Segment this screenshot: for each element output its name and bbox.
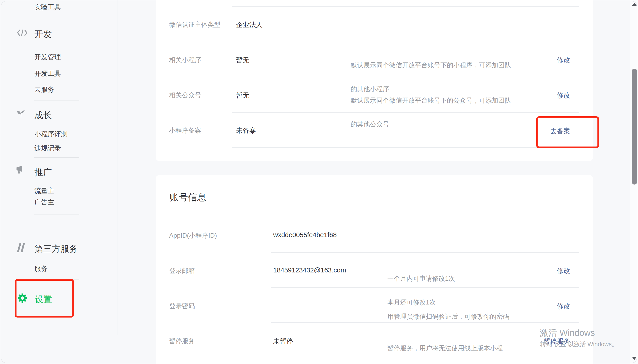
megaphone-icon <box>16 166 26 175</box>
scrollbar-thumb[interactable] <box>632 69 637 184</box>
field-label-suspend-service: 暂停服务 <box>169 337 195 346</box>
scroll-up-arrow-icon[interactable] <box>632 3 637 6</box>
sidebar-section-third-party[interactable]: 第三方服务 <box>34 243 78 255</box>
field-value-miniprogram-icp-filing: 未备案 <box>236 126 256 135</box>
sidebar-item-service[interactable]: 服务 <box>34 264 48 273</box>
modify-related-official-accounts-link[interactable]: 修改 <box>557 91 570 100</box>
modify-related-miniprograms-link[interactable]: 修改 <box>557 56 570 65</box>
account-info-title: 账号信息 <box>170 191 206 204</box>
field-value-suspend-service: 未暂停 <box>273 337 293 346</box>
sidebar-separator <box>34 100 79 100</box>
third-party-icon <box>16 243 27 253</box>
field-label-related-miniprograms: 相关小程序 <box>169 56 201 64</box>
row-divider <box>232 147 579 148</box>
sidebar-item-advertiser[interactable]: 广告主 <box>34 198 54 207</box>
account-info-card <box>156 175 593 364</box>
sprout-icon <box>17 110 26 119</box>
field-value-related-official-accounts: 暂无 <box>236 91 249 100</box>
sidebar-separator <box>34 18 79 18</box>
sidebar-section-growth[interactable]: 成长 <box>34 110 52 121</box>
field-desc-login-password: 用管理员微信扫码验证后，可修改你的密码 <box>387 311 509 322</box>
field-desc-related-official-accounts: 默认展示同个微信开放平台账号下的公众号，可添加团队 <box>351 94 511 106</box>
modify-login-password-link[interactable]: 修改 <box>557 302 570 311</box>
field-value-login-email: 18459123432@163.com <box>273 266 346 274</box>
sidebar-section-promotion[interactable]: 推广 <box>34 166 52 178</box>
field-desc-related-miniprograms: 默认展示同个微信开放平台账号下的小程序，可添加团队 <box>351 59 511 71</box>
row-divider <box>232 42 579 42</box>
row-divider <box>232 6 579 7</box>
field-label-login-password: 登录密码 <box>169 302 195 310</box>
field-desc-suspend-service: 暂停服务，用户将无法使用线上版本小程 <box>387 342 503 354</box>
sidebar-section-develop[interactable]: 开发 <box>34 28 52 40</box>
field-value-related-miniprograms: 暂无 <box>236 56 249 65</box>
field-label-miniprogram-icp-filing: 小程序备案 <box>169 126 201 135</box>
sidebar-item-violation-records[interactable]: 违规记录 <box>34 144 61 153</box>
sidebar-item-experiment-tools[interactable]: 实验工具 <box>34 3 61 12</box>
sidebar-divider <box>118 0 118 336</box>
code-icon <box>17 29 28 37</box>
field-desc-login-email: 一个月内可申请修改1次 <box>387 273 455 284</box>
field-label-login-email: 登录邮箱 <box>169 266 195 275</box>
sidebar-item-cloud-service[interactable]: 云服务 <box>34 85 54 94</box>
scroll-down-arrow-icon[interactable] <box>632 357 637 360</box>
suspend-service-link[interactable]: 暂停服务 <box>544 337 570 346</box>
modify-login-email-link[interactable]: 修改 <box>557 266 570 276</box>
sidebar-separator <box>34 214 79 215</box>
field-desc-related-official-accounts: 的其他公众号 <box>351 118 511 130</box>
sidebar-item-traffic-owner[interactable]: 流量主 <box>34 186 54 196</box>
annotation-box-settings <box>15 279 74 318</box>
sidebar-item-develop-tools[interactable]: 开发工具 <box>34 69 61 78</box>
sidebar-item-develop-management[interactable]: 开发管理 <box>34 53 61 62</box>
field-label-verification-subject-type: 微信认证主体类型 <box>169 20 220 29</box>
field-label-appid: AppID(小程序ID) <box>169 231 217 240</box>
sidebar-item-miniprogram-evaluation[interactable]: 小程序评测 <box>34 130 68 139</box>
field-value-verification-subject-type: 企业法人 <box>236 20 263 30</box>
sidebar-separator <box>34 157 79 158</box>
field-label-related-official-accounts: 相关公众号 <box>169 91 201 100</box>
field-value-appid: wxdde0055fe4be1f68 <box>273 231 337 239</box>
annotation-box-icp-filing <box>536 116 599 148</box>
row-divider <box>271 252 579 253</box>
